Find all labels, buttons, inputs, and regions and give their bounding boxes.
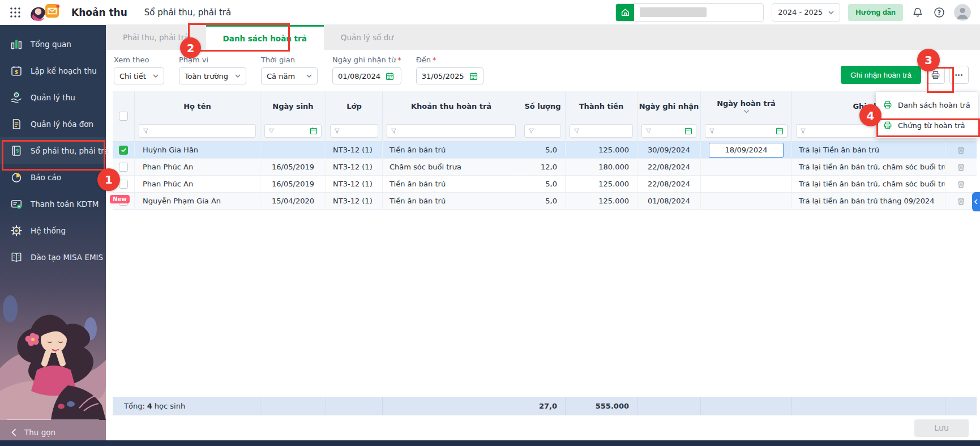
scope-value: Toàn trường (185, 72, 228, 80)
sidebar-item-label: Thanh toán KDTM (31, 199, 99, 209)
more-options-button[interactable]: ••• (949, 66, 969, 84)
chevron-left-icon (974, 199, 978, 205)
filter-input-ngay-sinh[interactable] (264, 124, 322, 138)
filter-input-ho-ten[interactable] (139, 124, 256, 138)
sidebar-menu: Tổng quan $ Lập kế hoạch thu $ Quản lý t… (0, 25, 106, 270)
summary-total-amount: 555.000 (565, 397, 637, 415)
filter-input-ngay-ghi-nhan[interactable] (641, 124, 696, 138)
print-menu-item-danh-sach-hoan-tra[interactable]: Danh sách hoàn trả (876, 95, 978, 115)
column-header-ngay-ghi-nhan[interactable]: Ngày ghi nhận (637, 91, 700, 121)
delete-row-button[interactable] (955, 195, 968, 207)
sidebar-item-quan-ly-hoa-don[interactable]: Quản lý hóa đơn (0, 111, 106, 137)
column-header-lop[interactable]: Lớp (326, 91, 382, 121)
help-guide-button[interactable]: Hướng dẫn (848, 4, 903, 21)
table-empty-space (113, 210, 977, 397)
sort-descending-icon (743, 109, 750, 113)
table-header: Họ tên Ngày sinh Lớp Khoản thu hoàn trả … (113, 91, 977, 142)
summary-total-quantity: 27,0 (520, 397, 565, 415)
filter-input-thanh-tien[interactable] (570, 124, 633, 138)
school-year-select[interactable]: 2024 - 2025 (772, 3, 840, 22)
sidebar-item-bao-cao[interactable]: Báo cáo (0, 164, 106, 190)
select-all-checkbox[interactable] (119, 112, 128, 121)
cell-lop: NT3-12 (1) (326, 176, 382, 192)
column-header-khoan-thu-hoan-tra[interactable]: Khoản thu hoàn trả (382, 91, 520, 121)
cell-ghi-chu: Trả lại tiền ăn bán trú tháng 09/2024 (791, 193, 945, 209)
sidebar-collapse-button[interactable]: Thu gọn (0, 428, 106, 437)
open-book-icon (10, 251, 23, 264)
help-circle-icon[interactable]: ? (932, 6, 946, 19)
cell-ngay-sinh: 16/05/2019 (260, 176, 326, 192)
calendar-icon (469, 72, 478, 80)
row-checkbox[interactable] (119, 180, 128, 189)
sidebar-item-lap-ke-hoach-thu[interactable]: $ Lập kế hoạch thu (0, 57, 106, 84)
cell-thanh-tien: 125.000 (565, 142, 637, 158)
record-refund-button[interactable]: Ghi nhận hoàn trả (841, 66, 921, 84)
app-grid-icon[interactable] (9, 6, 22, 19)
row-checkbox[interactable] (119, 163, 128, 172)
tab-quan-ly-so-du[interactable]: Quản lý số dư (324, 25, 410, 50)
filter-input-ngay-hoan-tra[interactable] (705, 124, 788, 138)
print-button[interactable] (926, 66, 945, 84)
filter-input-khoan-thu[interactable] (387, 124, 516, 138)
period-select[interactable]: Cả năm (261, 67, 318, 84)
delete-row-button[interactable] (955, 178, 968, 190)
table-row[interactable]: Phan Phúc An 16/05/2019 NT3-12 (1) Chăm … (113, 159, 977, 176)
tab-phai-thu-phai-tra[interactable]: Phải thu, phải trả (106, 25, 206, 50)
view-by-select[interactable]: Chi tiết (114, 67, 164, 84)
main-area: Phải thu, phải trả Danh sách hoàn trả Qu… (106, 25, 980, 440)
chevron-down-icon (828, 11, 834, 14)
sidebar-item-tong-quan[interactable]: Tổng quan (0, 31, 106, 57)
view-by-value: Chi tiết (119, 72, 146, 80)
calendar-dollar-icon: $ (10, 65, 23, 77)
cell-ngay-ghi-nhan: 30/09/2024 (637, 142, 700, 158)
sidebar-item-he-thong[interactable]: Hệ thống (0, 217, 106, 244)
sidebar-item-thanh-toan-kdtm[interactable]: Thanh toán KDTM New (0, 190, 106, 217)
sidebar-item-quan-ly-thu[interactable]: $ Quản lý thu (0, 84, 106, 111)
home-icon (616, 3, 634, 22)
column-header-thanh-tien[interactable]: Thành tiền (565, 91, 637, 121)
cell-so-luong: 5,0 (520, 142, 565, 158)
panel-collapse-tab[interactable] (972, 192, 980, 211)
save-button[interactable]: Lưu (914, 419, 969, 437)
row-checkbox[interactable] (119, 146, 128, 155)
sidebar-item-dao-tao-misa-emis[interactable]: Đào tạo MISA EMIS (0, 244, 106, 270)
scope-select[interactable]: Toàn trường (179, 67, 246, 84)
table-row[interactable]: Nguyễn Phạm Gia An 15/04/2020 NT3-12 (1)… (113, 193, 977, 210)
table-row[interactable]: Huỳnh Gia Hân NT3-12 (1) Tiền ăn bán trú… (113, 142, 977, 159)
school-selector[interactable] (615, 3, 764, 22)
filter-input-lop[interactable] (330, 124, 378, 138)
cell-ho-ten: Phan Phúc An (134, 176, 260, 192)
date-from-input[interactable]: 01/08/2024 (332, 67, 401, 84)
cell-ngay-ghi-nhan: 22/08/2024 (637, 159, 700, 175)
date-to-input[interactable]: 31/05/2025 (416, 67, 483, 84)
tab-danh-sach-hoan-tra[interactable]: Danh sách hoàn trả (206, 25, 324, 50)
sidebar-item-so-phai-thu-phai-tra[interactable]: $ Sổ phải thu, phải trả (0, 137, 106, 164)
summary-student-count: 4 (147, 402, 152, 410)
column-header-ho-ten[interactable]: Họ tên (134, 91, 260, 121)
cell-khoan-thu: Chăm sóc buổi trưa (382, 159, 520, 175)
svg-text:$: $ (16, 147, 20, 154)
sidebar-item-label: Sổ phải thu, phải trả (31, 146, 109, 155)
print-menu-item-chung-tu-hoan-tra[interactable]: Chứng từ hoàn trả (876, 115, 978, 135)
refund-date-input[interactable] (709, 143, 784, 158)
column-header-so-luong[interactable]: Số lượng (520, 91, 565, 121)
column-header-ngay-hoan-tra[interactable]: Ngày hoàn trả (700, 91, 791, 121)
filter-input-so-luong[interactable] (524, 124, 561, 138)
trash-icon (957, 180, 965, 189)
toolbar: Ghi nhận hoàn trả ••• (841, 66, 969, 84)
cell-ngay-hoan-tra[interactable] (700, 159, 791, 175)
user-avatar[interactable] (954, 4, 971, 21)
card-check-icon (10, 198, 23, 210)
pie-chart-icon (10, 171, 23, 184)
table-row[interactable]: Phan Phúc An 16/05/2019 NT3-12 (1) Tiền … (113, 176, 977, 193)
funnel-icon (143, 128, 149, 134)
cell-ngay-hoan-tra[interactable] (700, 193, 791, 209)
print-menu-item-label: Danh sách hoàn trả (898, 101, 970, 109)
column-header-ngay-sinh[interactable]: Ngày sinh (260, 91, 326, 121)
sidebar-item-label: Tổng quan (31, 40, 71, 49)
delete-row-button[interactable] (955, 144, 968, 156)
cell-ngay-hoan-tra[interactable] (700, 176, 791, 192)
notification-bell-icon[interactable] (911, 6, 925, 19)
printer-icon (931, 70, 940, 80)
delete-row-button[interactable] (955, 161, 968, 173)
